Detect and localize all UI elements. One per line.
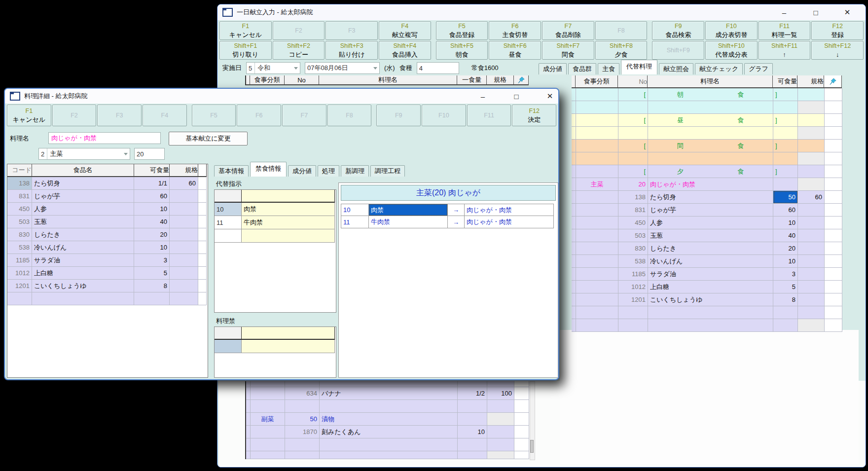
table-row[interactable] xyxy=(572,319,842,332)
close-button[interactable]: ✕ xyxy=(543,92,557,101)
function-key-button[interactable]: F9 食品検索 xyxy=(652,21,704,40)
function-key-button[interactable]: Shift+F8 夕食 xyxy=(595,41,648,60)
category-select[interactable]: 2 主菜 xyxy=(38,148,130,160)
dish-name-input[interactable] xyxy=(48,132,161,144)
view-tab[interactable]: 主食 xyxy=(598,63,619,74)
detail-tab[interactable]: 禁食情報 xyxy=(250,162,287,177)
dish-number-input[interactable] xyxy=(134,148,165,160)
cell-edible-amount[interactable] xyxy=(773,306,798,319)
function-key-button[interactable]: F7 食品削除 xyxy=(542,21,594,40)
minimize-button[interactable]: – xyxy=(777,8,791,17)
table-row[interactable]: 1012 上白糖 5 xyxy=(572,281,842,293)
minimize-button[interactable]: – xyxy=(476,92,490,101)
table-row[interactable] xyxy=(7,292,208,305)
function-key-button[interactable]: Shift+F6 昼食 xyxy=(489,41,541,60)
view-tab[interactable]: 成分値 xyxy=(539,63,567,74)
cell-edible-amount[interactable]: ] xyxy=(773,165,798,178)
cell-edible-amount[interactable]: ] xyxy=(773,140,798,152)
cell-edible-amount[interactable]: 10 xyxy=(773,255,798,268)
cell-edible-amount[interactable]: 50 xyxy=(773,191,798,204)
maximize-button[interactable]: □ xyxy=(509,92,523,101)
table-row[interactable]: [ 夕食 ] xyxy=(572,165,842,178)
table-row[interactable]: 10 肉禁 xyxy=(215,203,336,216)
detail-tab[interactable]: 成分値 xyxy=(288,165,316,177)
table-row[interactable]: 1870 刻みたくあん 10 xyxy=(246,426,530,438)
table-row[interactable] xyxy=(572,127,842,140)
table-row[interactable]: 1185 サラダ油 3 xyxy=(572,268,842,281)
scrollbar-thumb[interactable] xyxy=(530,440,534,453)
cell-edible-amount[interactable]: ] xyxy=(773,88,798,101)
view-tab[interactable]: 食品群 xyxy=(568,63,596,74)
cell-ban-name[interactable]: 牛肉禁 xyxy=(369,216,448,228)
cell-edible-amount[interactable]: 60 xyxy=(773,204,798,217)
maximize-button[interactable]: □ xyxy=(809,8,823,17)
era-select[interactable]: 5 令和 xyxy=(246,62,300,74)
table-row[interactable]: 1012 上白糖 5 xyxy=(7,267,208,280)
cell-edible-amount[interactable]: ] xyxy=(773,114,798,127)
table-row[interactable]: 11 牛肉禁 → 肉じゃが・肉禁 xyxy=(341,216,556,228)
cell-edible-amount[interactable] xyxy=(773,319,798,332)
function-key-button[interactable]: Shift+F5 朝食 xyxy=(436,41,488,60)
mealtype-input[interactable] xyxy=(417,62,459,74)
cell-edible-amount[interactable]: 3 xyxy=(773,268,798,281)
table-row[interactable] xyxy=(215,340,336,353)
detail-tab[interactable]: 基本情報 xyxy=(214,165,249,177)
table-row[interactable] xyxy=(572,101,842,114)
table-row[interactable] xyxy=(246,400,530,413)
cell-ban-name[interactable]: 肉禁 xyxy=(369,204,448,216)
date-select[interactable]: 07年08月06日 xyxy=(305,62,380,74)
change-to-basic-menu-button[interactable]: 基本献立に変更 xyxy=(169,132,248,145)
function-key-button[interactable]: F12 決定 xyxy=(512,105,556,126)
cell-edible-amount[interactable] xyxy=(773,127,798,140)
function-key-button[interactable]: Shift+F2 コピー xyxy=(273,41,325,60)
titlebar[interactable]: 料理詳細 - 給太郎病院 – □ ✕ xyxy=(5,89,558,104)
cell-edible-amount[interactable] xyxy=(773,152,798,165)
table-row[interactable]: 450 人参 10 xyxy=(7,203,208,216)
table-row[interactable]: [ 朝食 ] xyxy=(572,88,842,101)
function-key-button[interactable]: Shift+F1 切り取り xyxy=(219,41,272,60)
table-row[interactable]: 138 たら切身 50 60 xyxy=(572,191,842,204)
table-row[interactable]: 1185 サラダ油 3 xyxy=(7,254,208,267)
function-key-button[interactable]: Shift+F3 貼り付け xyxy=(326,41,378,60)
detail-tab[interactable]: 調理工程 xyxy=(370,165,405,177)
cell-edible-amount[interactable]: 20 xyxy=(773,242,798,255)
table-row[interactable]: 11 牛肉禁 xyxy=(215,216,336,229)
table-row[interactable] xyxy=(572,306,842,319)
cell-edible-amount[interactable]: 5 xyxy=(773,281,798,293)
titlebar[interactable]: 一日献立入力 - 給太郎病院 – □ ✕ xyxy=(217,4,866,20)
cell-edible-amount[interactable]: 8 xyxy=(773,293,798,306)
table-row[interactable]: 830 しらたき 20 xyxy=(572,242,842,255)
table-row[interactable]: 831 じゃが芋 60 xyxy=(7,190,208,203)
function-key-button[interactable]: F1 キャンセル xyxy=(219,21,272,40)
function-key-button[interactable]: F6 主食切替 xyxy=(489,21,541,40)
table-row[interactable] xyxy=(246,451,530,459)
detail-tab[interactable]: 新調理 xyxy=(341,165,369,177)
close-button[interactable]: ✕ xyxy=(840,8,854,17)
table-row[interactable]: 138 たら切身 1/1 60 xyxy=(7,177,208,190)
table-row[interactable]: 503 玉葱 40 xyxy=(572,229,842,242)
function-key-button[interactable]: Shift+F12 ↓ xyxy=(811,41,864,60)
table-row[interactable] xyxy=(246,438,530,451)
table-row[interactable]: [ 間食 ] xyxy=(572,140,842,152)
table-row[interactable]: 1201 こいくちしょうゆ 8 xyxy=(572,293,842,306)
cell-edible-amount[interactable]: 40 xyxy=(773,229,798,242)
detail-tab[interactable]: 処理 xyxy=(318,165,339,177)
function-key-button[interactable]: F10 成分表切替 xyxy=(705,21,758,40)
table-row[interactable] xyxy=(572,152,842,165)
table-row[interactable]: 538 冷いんげん 10 xyxy=(7,241,208,254)
function-key-button[interactable]: F4 献立複写 xyxy=(379,21,431,40)
function-key-button[interactable]: F12 登録 xyxy=(811,21,864,40)
table-row[interactable]: 副菜 50 漬物 xyxy=(246,413,530,426)
function-key-button[interactable]: Shift+F4 食品挿入 xyxy=(379,41,431,60)
table-row[interactable]: 450 人参 10 xyxy=(572,217,842,229)
view-tab[interactable]: 代替料理 xyxy=(621,60,657,74)
table-row[interactable]: 634 バナナ 1/2 100 xyxy=(246,387,530,400)
view-tab[interactable]: 献立照会 xyxy=(659,63,693,74)
table-row[interactable]: 1201 こいくちしょうゆ 8 xyxy=(7,280,208,292)
function-key-button[interactable]: Shift+F11 ↑ xyxy=(759,41,811,60)
table-row[interactable]: 503 玉葱 40 xyxy=(7,216,208,228)
table-row[interactable]: 主菜 20 肉じゃが・肉禁 xyxy=(572,178,842,191)
table-row[interactable]: 830 しらたき 20 xyxy=(7,228,208,241)
vertical-scrollbar[interactable] xyxy=(530,381,535,460)
view-tab[interactable]: 献立チェック xyxy=(695,63,743,74)
